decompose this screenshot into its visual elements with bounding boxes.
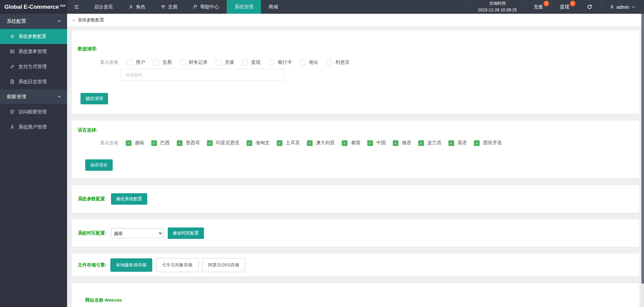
- breadcrumb-arrows-icon: »: [72, 17, 75, 23]
- checkbox-checked[interactable]: [247, 140, 252, 146]
- sidebar-item-menu-management[interactable]: 系统菜单管理: [0, 44, 67, 59]
- nav-item-label: 商城: [269, 4, 278, 10]
- lang-option-thailand[interactable]: 泰国: [342, 140, 360, 146]
- sidebar: 系统配置 系统参数配置 系统菜单管理 支付方式管理 系统日志管理 权限管理: [0, 14, 67, 307]
- save-language-button[interactable]: 保存语言: [85, 159, 113, 171]
- checkbox-unchecked[interactable]: [300, 60, 306, 65]
- lang-option-vietnam[interactable]: 越南: [126, 140, 144, 146]
- lang-option-mexico[interactable]: 墨西哥: [177, 140, 200, 146]
- chevron-up-icon: [631, 5, 636, 9]
- checkbox-checked[interactable]: [342, 140, 347, 146]
- main-area: » 系统参数配置 数据清理: 显示选项 用户 交易 财务记录 充值 提现 银行卡…: [67, 14, 644, 307]
- timezone-label: 系统时区配置:: [78, 230, 107, 236]
- lang-option-turkey[interactable]: 土耳其: [277, 140, 300, 146]
- checkbox-unchecked[interactable]: [242, 60, 248, 65]
- sidebar-item-payment-methods[interactable]: 支付方式管理: [0, 59, 67, 74]
- checkbox-checked[interactable]: [418, 140, 424, 146]
- lang-option-spanish[interactable]: 西班牙语: [474, 140, 502, 146]
- sidebar-item-label: 支付方式管理: [18, 64, 47, 70]
- vertical-scrollbar[interactable]: [641, 14, 644, 307]
- checkbox-unchecked[interactable]: [127, 60, 132, 65]
- checkbox-unchecked[interactable]: [216, 60, 221, 65]
- checkbox-checked[interactable]: [367, 140, 373, 146]
- checkbox-checked[interactable]: [448, 140, 454, 146]
- lang-option-russian[interactable]: 俄语: [393, 140, 411, 146]
- local-time-label: 当地时间: [489, 0, 506, 7]
- checkbox-label: 财务记录: [189, 59, 208, 65]
- user-menu[interactable]: admin: [601, 0, 644, 14]
- clean-option-address[interactable]: 地址: [300, 59, 318, 65]
- clean-option-interest[interactable]: 利息宝: [326, 59, 350, 65]
- checkbox-checked[interactable]: [277, 140, 282, 146]
- checkbox-label: 英语: [458, 140, 467, 146]
- nav-item-system-management[interactable]: 系统管理: [227, 0, 261, 14]
- checkbox-unchecked[interactable]: [180, 60, 185, 65]
- sidebar-group-system-config[interactable]: 系统配置: [0, 14, 67, 29]
- chevron-down-icon: [57, 19, 62, 23]
- nav-item-label: 系统管理: [234, 4, 253, 10]
- lang-option-burmese[interactable]: 缅甸文: [247, 140, 270, 146]
- checkbox-checked[interactable]: [307, 140, 313, 146]
- storage-qiniu-button[interactable]: 七牛云对象存储: [156, 258, 199, 272]
- storage-local-button[interactable]: 本地服务器存储: [110, 258, 152, 272]
- clean-option-trade[interactable]: 交易: [153, 59, 172, 65]
- refresh-button[interactable]: [578, 0, 601, 14]
- nav-item-roles[interactable]: 角色: [121, 0, 153, 14]
- lang-option-brazil[interactable]: 巴西: [151, 140, 170, 146]
- sidebar-item-system-logs[interactable]: 系统日志管理: [0, 74, 67, 89]
- checkbox-label: 越南: [135, 140, 144, 146]
- link-icon: [10, 64, 15, 69]
- storage-aliyun-oss-button[interactable]: 阿里云OSS存储: [202, 258, 245, 272]
- app-version: V16: [60, 4, 65, 7]
- clean-option-bank-card[interactable]: 银行卡: [269, 59, 292, 65]
- lang-option-polish[interactable]: 波兰语: [418, 140, 441, 146]
- checkbox-checked[interactable]: [393, 140, 398, 146]
- recharge-button[interactable]: 充值 0: [525, 0, 551, 14]
- checkbox-label: 缅甸文: [256, 140, 270, 146]
- nav-item-dashboard[interactable]: 后台首页: [87, 0, 121, 14]
- clean-option-users[interactable]: 用户: [127, 59, 145, 65]
- nav-item-label: 帮助中心: [200, 4, 219, 10]
- chevron-down-icon: [57, 94, 62, 99]
- modify-system-config-button[interactable]: 修改系统配置: [111, 193, 147, 205]
- checkbox-unchecked[interactable]: [326, 60, 332, 65]
- clean-option-finance-records[interactable]: 财务记录: [180, 59, 208, 65]
- language-title: 语言选择:: [78, 127, 633, 133]
- lang-option-indonesia[interactable]: 印度尼西亚: [207, 140, 239, 146]
- sidebar-item-label: 系统用户管理: [18, 124, 47, 130]
- recharge-badge: 0: [543, 1, 549, 6]
- recharge-label: 充值: [534, 4, 543, 10]
- nav-item-trade[interactable]: 交易: [153, 0, 185, 14]
- lang-option-china[interactable]: 中国: [367, 140, 386, 146]
- flag-icon: [193, 4, 198, 9]
- nav-item-mall[interactable]: 商城: [261, 0, 286, 14]
- clean-option-withdraw[interactable]: 提现: [242, 59, 261, 65]
- checkbox-checked[interactable]: [207, 140, 213, 146]
- lang-option-australia[interactable]: 澳大利亚: [307, 140, 335, 146]
- scrollbar-thumb[interactable]: [641, 14, 644, 284]
- checkbox-unchecked[interactable]: [269, 60, 274, 65]
- checkbox-unchecked[interactable]: [153, 60, 159, 65]
- sidebar-item-access-permissions[interactable]: 访问权限管理: [0, 104, 67, 119]
- modify-timezone-button[interactable]: 修改时区配置: [168, 227, 204, 239]
- checkbox-checked[interactable]: [177, 140, 182, 146]
- checkbox-checked[interactable]: [151, 140, 157, 146]
- sidebar-item-system-users[interactable]: 系统用户管理: [0, 119, 67, 135]
- confirm-clean-button[interactable]: 确定清理: [80, 93, 108, 104]
- checkbox-label: 土耳其: [286, 140, 300, 146]
- checkbox-checked[interactable]: [474, 140, 480, 146]
- withdraw-button[interactable]: 提现 0: [551, 0, 578, 14]
- timezone-select[interactable]: 越南: [111, 228, 163, 238]
- page-title: 系统参数配置: [78, 17, 104, 23]
- sidebar-item-system-params[interactable]: 系统参数配置: [0, 29, 67, 44]
- language-options-row: 显示选项 越南 巴西 墨西哥 印度尼西亚 缅甸文 土耳其 澳大利亚 泰国 中国 …: [100, 140, 633, 146]
- lang-option-english[interactable]: 英语: [448, 140, 467, 146]
- sidebar-toggle-button[interactable]: [67, 0, 87, 14]
- nav-item-help-center[interactable]: 帮助中心: [185, 0, 227, 14]
- sidebar-group-permissions[interactable]: 权限管理: [0, 89, 67, 104]
- nav-item-label: 角色: [136, 4, 145, 10]
- clean-password-input[interactable]: [121, 69, 284, 81]
- gear-icon: [10, 34, 15, 39]
- clean-option-recharge[interactable]: 充值: [216, 59, 234, 65]
- checkbox-checked[interactable]: [126, 140, 131, 146]
